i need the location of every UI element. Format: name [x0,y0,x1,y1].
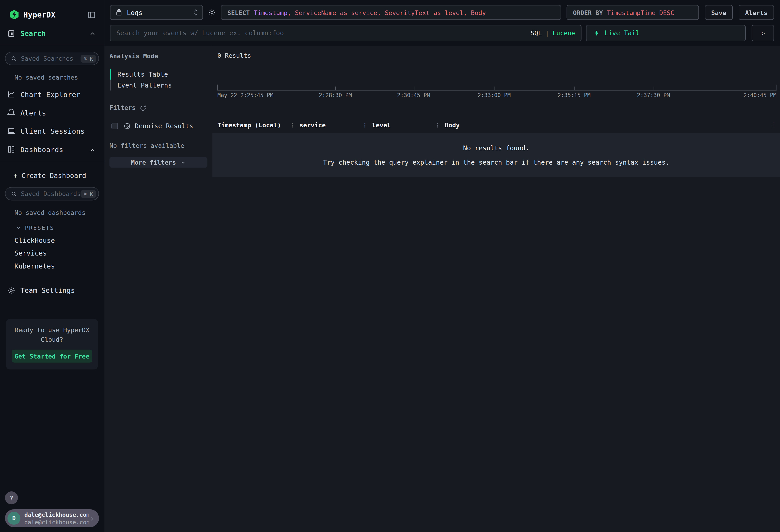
time-axis [217,90,777,91]
lang-separator: | [545,29,549,37]
chevron-down-icon [15,225,21,231]
more-filters-button[interactable]: More filters [109,157,207,167]
run-query-button[interactable]: ▷ [751,25,774,41]
lang-sql-option[interactable]: SQL [531,29,542,37]
gear-icon [208,8,216,16]
user-subtitle: dale@clickhouse.com's [24,518,89,525]
column-header-body[interactable]: ⋮ Body [435,121,775,129]
saved-searches-search[interactable]: ⌘ K [5,52,99,65]
team-settings-label: Team Settings [20,286,75,294]
sidebar-item-client-sessions[interactable]: Client Sessions [0,122,104,140]
lang-lucene-option[interactable]: Lucene [552,29,575,37]
user-info: dale@clickhouse.com dale@clickhouse.com'… [24,511,89,525]
chevron-up-icon [89,30,96,37]
sidebar-item-search[interactable]: Search [0,22,104,45]
select-chevrons-icon [193,8,199,16]
column-header-service[interactable]: ⋮ service [290,121,362,129]
event-search-input[interactable] [110,26,581,41]
save-button[interactable]: Save [705,5,733,20]
sidebar-nav: Chart Explorer Alerts Client Sessions Da… [0,85,104,159]
logs-source-icon [115,8,123,16]
presets-toggle[interactable]: PRESETS [15,225,104,232]
axis-tick [217,85,218,90]
sidebar-item-team-settings[interactable]: Team Settings [0,282,104,299]
time-tick-label: 2:28:30 PM [319,92,352,98]
avatar: D [7,512,20,525]
shortcut-badge: ⌘ K [81,55,96,62]
column-header-timestamp[interactable]: Timestamp (Local) [217,121,290,129]
journal-icon [7,29,15,38]
filters-heading: Filters [109,104,136,111]
time-axis-labels: May 22 2:25:45 PM 2:28:30 PM 2:30:45 PM … [217,92,777,99]
mode-results-table[interactable]: Results Table [110,69,207,80]
empty-state-title: No results found. [463,144,529,151]
column-drag-handle-icon[interactable]: ⋮ [435,122,440,128]
get-started-button[interactable]: Get Started for Free [12,350,92,362]
results-timeline-chart[interactable]: May 22 2:25:45 PM 2:28:30 PM 2:30:45 PM … [217,59,777,98]
axis-tick [335,87,336,90]
saved-dashboards-input[interactable] [21,190,81,198]
source-settings-button[interactable] [203,5,221,20]
sidebar-item-chart-explorer[interactable]: Chart Explorer [0,85,104,103]
source-select-value: Logs [127,9,142,16]
main-column: Logs SELECTTimestamp, ServiceName as ser… [104,0,780,532]
axis-tick [653,87,654,90]
column-drag-handle-icon[interactable]: ⋮ [290,122,295,128]
shortcut-badge: ⌘ K [81,190,96,198]
order-by-value: TimestampTime DESC [607,9,674,16]
mode-event-patterns[interactable]: Event Patterns [110,80,207,91]
app-root: HyperDX Search ⌘ K No saved searches Cha… [0,0,780,532]
user-menu[interactable]: D dale@clickhouse.com dale@clickhouse.co… [5,509,99,527]
results-table-header: Timestamp (Local) ⋮ service ⋮ level ⋮ Bo… [212,120,780,129]
time-tick-label: 2:37:30 PM [637,92,670,98]
lightning-icon [593,29,600,37]
select-clause-input[interactable]: SELECTTimestamp, ServiceName as service,… [221,5,561,20]
column-label: service [299,121,326,129]
time-tick-label: 2:35:15 PM [557,92,591,98]
sidebar-collapse-icon[interactable] [87,10,96,19]
saved-searches-input[interactable] [21,55,81,62]
search-icon [10,55,17,62]
chart-icon [7,90,15,98]
user-email: dale@clickhouse.com [24,511,89,518]
help-button[interactable]: ? [5,491,18,504]
app-title: HyperDX [23,10,55,19]
axis-tick [777,85,777,90]
cloud-promo-card: Ready to use HyperDX Cloud? Get Started … [6,319,98,370]
preset-item-services[interactable]: Services [14,249,104,257]
divider [0,162,104,162]
sidebar-item-label: Chart Explorer [20,90,81,98]
table-options-menu-icon[interactable]: ⋮ [770,122,776,129]
axis-tick [413,87,414,90]
column-label: Body [445,121,460,129]
order-by-input[interactable]: ORDER BYTimestampTime DESC [567,5,699,20]
denoise-checkbox[interactable] [111,123,118,129]
source-select[interactable]: Logs [110,5,203,20]
refresh-icon[interactable] [140,104,146,111]
laptop-icon [7,127,15,135]
bell-icon [7,108,15,117]
sidebar-item-alerts[interactable]: Alerts [0,103,104,122]
alerts-button[interactable]: Alerts [739,5,774,20]
topbar: Logs SELECTTimestamp, ServiceName as ser… [104,0,780,46]
event-search-bar: SQL | Lucene [110,25,581,41]
sidebar-item-dashboards[interactable]: Dashboards [0,140,104,159]
topbar-row-search: SQL | Lucene Live Tail ▷ [110,25,774,41]
preset-item-kubernetes[interactable]: Kubernetes [14,262,104,270]
sidebar-item-label: Dashboards [20,146,63,153]
column-header-level[interactable]: ⋮ level [362,121,435,129]
live-tail-button[interactable]: Live Tail [586,25,746,41]
empty-state-panel: No results found. Try checking the query… [212,133,780,177]
dashboard-icon [7,145,15,154]
empty-state-subtitle: Try checking the query explainer in the … [323,158,670,166]
select-token-timestamp: Timestamp [254,9,287,16]
cloud-promo-text: Ready to use HyperDX Cloud? [12,325,92,344]
saved-dashboards-search[interactable]: ⌘ K [5,187,99,200]
noise-circle-icon [124,122,131,130]
column-drag-handle-icon[interactable]: ⋮ [362,122,368,128]
column-label: level [372,121,391,129]
preset-item-clickhouse[interactable]: ClickHouse [14,236,104,244]
presets-header-label: PRESETS [25,225,54,232]
create-dashboard-button[interactable]: + Create Dashboard [0,165,104,186]
sidebar-footer: ? D dale@clickhouse.com dale@clickhouse.… [0,491,104,532]
